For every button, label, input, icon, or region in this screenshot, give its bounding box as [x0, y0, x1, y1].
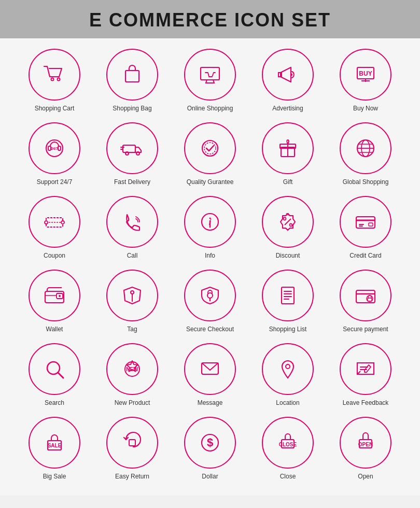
icon-item-discount: % Discount	[249, 196, 327, 259]
icon-circle-buy-now: BUY	[340, 49, 391, 101]
svg-point-31	[45, 221, 48, 224]
icon-item-coupon: Coupon	[16, 196, 93, 259]
icon-circle-global-shopping	[340, 122, 391, 174]
icon-circle-open: OPEN	[340, 417, 391, 469]
icon-circle-shopping-bag	[106, 49, 158, 101]
icon-item-credit-card: Credit Card	[327, 196, 404, 259]
icon-item-fast-delivery: Fast Delivery	[93, 122, 171, 186]
icon-circle-close: CLOSE	[262, 417, 314, 469]
icon-circle-call	[106, 196, 158, 248]
icon-label-close: Close	[280, 473, 296, 480]
svg-rect-14	[123, 145, 135, 152]
icon-item-gift: Gift	[249, 122, 327, 186]
icon-label-leave-feedback: Leave Feedback	[343, 399, 389, 406]
icon-item-shopping-list: Shopping List	[249, 270, 327, 333]
icon-item-global-shopping: Global Shopping	[327, 122, 404, 186]
icon-circle-secure-payment	[340, 270, 391, 321]
icon-label-advertising: Advertising	[272, 105, 303, 112]
icon-item-quality-guarantee: Quality Gurantee	[171, 122, 249, 186]
icon-circle-dollar: $	[184, 417, 236, 469]
svg-point-39	[290, 224, 292, 227]
icon-label-buy-now: Buy Now	[353, 105, 378, 112]
icon-label-coupon: Coupon	[44, 252, 65, 259]
svg-point-15	[125, 152, 129, 155]
svg-rect-72	[129, 440, 135, 446]
icon-label-shopping-list: Shopping List	[269, 326, 307, 333]
icon-circle-location	[262, 343, 314, 395]
svg-rect-12	[58, 146, 61, 150]
svg-text:CLOSE: CLOSE	[279, 442, 297, 447]
icon-label-secure-payment: Secure payment	[343, 326, 388, 333]
svg-point-38	[284, 218, 286, 220]
icon-label-credit-card: Credit Card	[349, 252, 381, 259]
svg-point-67	[286, 364, 290, 369]
icon-label-gift: Gift	[283, 178, 293, 186]
icon-label-message: Message	[198, 399, 223, 406]
icon-circle-coupon	[29, 196, 80, 248]
icon-item-advertising: Advertising	[249, 49, 327, 112]
icon-label-wallet: Wallet	[46, 326, 63, 333]
icon-label-discount: Discount	[276, 252, 300, 259]
icon-item-message: Message	[171, 343, 249, 406]
icon-circle-shopping-list	[262, 270, 314, 321]
icon-label-shopping-bag: Shopping Bag	[113, 105, 151, 112]
svg-text:%: %	[286, 212, 289, 217]
icon-circle-wallet	[29, 270, 80, 321]
svg-line-63	[58, 373, 63, 378]
icon-item-easy-return: Easy Return	[93, 417, 171, 480]
icon-label-support-247: Support 24/7	[37, 178, 73, 186]
svg-text:BUY: BUY	[359, 70, 372, 77]
icon-item-wallet: Wallet	[16, 270, 93, 333]
svg-rect-53	[282, 287, 294, 304]
icon-item-secure-checkout: Secure Checkout	[171, 270, 249, 333]
icon-circle-advertising	[262, 49, 314, 101]
icon-label-fast-delivery: Fast Delivery	[114, 178, 150, 186]
icon-circle-easy-return	[106, 417, 158, 469]
icon-circle-credit-card	[340, 196, 391, 248]
icon-label-big-sale: Big Sale	[43, 473, 66, 480]
icon-item-dollar: $ Dollar	[171, 417, 249, 480]
svg-point-32	[61, 221, 64, 224]
svg-text:$: $	[207, 436, 213, 449]
icon-item-open: OPEN Open	[327, 417, 404, 480]
svg-text:24/7: 24/7	[51, 147, 58, 150]
svg-point-16	[136, 152, 139, 155]
icon-grid: Shopping Cart Shopping Bag	[16, 49, 404, 480]
svg-rect-3	[201, 67, 219, 80]
icon-circle-shopping-cart	[29, 49, 80, 101]
icon-label-shopping-cart: Shopping Cart	[35, 105, 75, 112]
icon-label-new-product: New Product	[115, 399, 150, 406]
icon-label-secure-checkout: Secure Checkout	[186, 326, 234, 333]
icon-item-new-product: NEW New Product	[93, 343, 171, 406]
svg-point-0	[51, 78, 54, 81]
svg-point-49	[131, 291, 134, 294]
svg-text:SALE: SALE	[48, 443, 62, 448]
icon-item-online-shopping: Online Shopping	[171, 49, 249, 112]
icon-circle-quality-guarantee	[184, 122, 236, 174]
icon-label-dollar: Dollar	[202, 473, 218, 480]
icon-label-easy-return: Easy Return	[115, 473, 149, 480]
icon-item-call: Call	[93, 196, 171, 259]
icon-circle-info: i	[184, 196, 236, 248]
icon-label-global-shopping: Global Shopping	[343, 178, 389, 186]
page-header: E COMMERCE ICON SET	[0, 0, 420, 38]
page-title: E COMMERCE ICON SET	[0, 9, 420, 31]
icon-circle-search	[29, 343, 80, 395]
svg-text:OPEN: OPEN	[358, 442, 373, 447]
icon-item-search: Search	[16, 343, 93, 406]
icon-item-shopping-cart: Shopping Cart	[16, 49, 93, 112]
icon-circle-secure-checkout	[184, 270, 236, 321]
icon-item-support-247: 24/7 Support 24/7	[16, 122, 93, 186]
icon-item-info: i Info	[171, 196, 249, 259]
icon-label-location: Location	[276, 399, 299, 406]
icon-item-location: Location	[249, 343, 327, 406]
icon-item-big-sale: SALE Big Sale	[16, 417, 93, 480]
svg-point-48	[59, 295, 61, 297]
icon-circle-fast-delivery	[106, 122, 158, 174]
icon-label-call: Call	[127, 252, 138, 259]
icon-circle-support-247: 24/7	[29, 122, 80, 174]
svg-rect-2	[125, 70, 139, 82]
icon-item-leave-feedback: Leave Feedback	[327, 343, 404, 406]
icon-label-open: Open	[358, 473, 373, 480]
icon-label-online-shopping: Online Shopping	[187, 105, 233, 112]
